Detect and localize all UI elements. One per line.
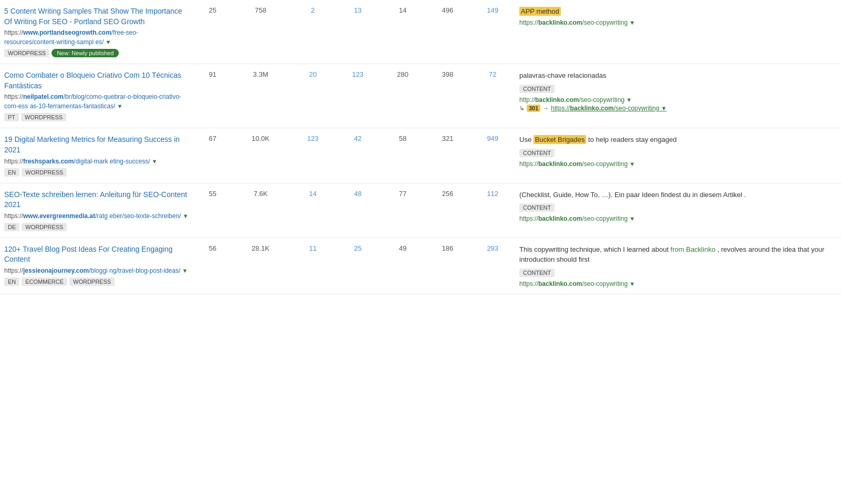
results-table: 5 Content Writing Samples That Show The … [0, 0, 841, 294]
snippet-url-dropdown-arrow[interactable]: ▼ [628, 281, 635, 287]
title-cell: Como Combater o Bloqueio Criativo Com 10… [0, 64, 194, 128]
result-title-link[interactable]: 5 Content Writing Samples That Show The … [4, 6, 190, 27]
content-tag: CONTENT [519, 85, 555, 93]
metric-col-3: 14 [290, 183, 335, 238]
metric-col-7: 949 [470, 128, 515, 183]
url-domain: www.evergreenmedia.at [23, 212, 95, 220]
metric-col-7: 149 [470, 0, 515, 64]
url-dropdown-arrow[interactable]: ▼ [150, 158, 157, 164]
result-url: https://www.evergreenmedia.at/ratg eber/… [4, 211, 190, 221]
snippet-text: APP method [519, 6, 837, 17]
table-row: 19 Digital Marketing Metrics for Measuri… [0, 128, 841, 183]
title-cell: SEO-Texte schreiben lernen: Anleitung fü… [0, 183, 194, 238]
url-dropdown-arrow[interactable]: ▼ [115, 103, 122, 109]
metric-col-4: 42 [335, 128, 381, 183]
tag-badge: EN [4, 277, 19, 286]
result-url: https://freshsparks.com/digital-mark eti… [4, 157, 190, 166]
title-cell: 19 Digital Marketing Metrics for Measuri… [0, 128, 194, 183]
result-url: https://neilpatel.com/br/blog/como-quebr… [4, 92, 190, 111]
table-row: 5 Content Writing Samples That Show The … [0, 0, 841, 64]
metric-col-5: 77 [380, 183, 425, 238]
metric-col-7: 293 [470, 238, 515, 294]
snippet-backlink-url[interactable]: https://backlinko.com/seo-copywriting ▼ [519, 19, 837, 26]
table-row: SEO-Texte schreiben lernen: Anleitung fü… [0, 183, 841, 238]
url-dropdown-arrow[interactable]: ▼ [104, 39, 111, 45]
tag-badge: WORDPRESS [22, 223, 67, 231]
url-dropdown-arrow[interactable]: ▼ [181, 213, 188, 219]
metric-col-2: 3.3M [231, 64, 290, 128]
tag-badge: WORDPRESS [69, 277, 115, 286]
metric-col-1: 67 [194, 128, 231, 183]
metric-col-6: 321 [425, 128, 470, 183]
metric-col-7: 72 [470, 64, 515, 128]
snippet-text: palavras-chave relacionadas [519, 70, 837, 81]
metric-col-1: 55 [194, 183, 231, 238]
tag-row: ENECOMMERCEWORDPRESS [4, 277, 190, 286]
tag-badge: WORDPRESS [4, 49, 49, 57]
new-tag-badge: New: Newly published [52, 49, 119, 57]
metric-col-3: 11 [290, 238, 335, 294]
snippet-highlight: Bucket Brigades [534, 135, 587, 144]
snippet-cell: APP methodhttps://backlinko.com/seo-copy… [515, 0, 841, 64]
snippet-backlink-url[interactable]: https://backlinko.com/seo-copywriting ▼ [519, 215, 837, 222]
tag-badge: WORDPRESS [21, 113, 66, 121]
url-domain: jessieonajourney.com [23, 267, 89, 274]
metric-col-5: 280 [380, 64, 425, 128]
url-dropdown-arrow[interactable]: ▼ [180, 268, 188, 274]
metric-col-1: 56 [194, 238, 231, 294]
metric-col-5: 14 [380, 0, 425, 64]
title-cell: 5 Content Writing Samples That Show The … [0, 0, 194, 64]
snippet-cell: This copywriting technique, which I lear… [515, 238, 841, 294]
redirect-line: ↳ 301→https://backlinko.com/seo-copywrit… [519, 105, 837, 112]
tag-row: DEWORDPRESS [4, 223, 190, 231]
redirect-url-link[interactable]: https://backlinko.com/seo-copywriting ▼ [551, 105, 666, 112]
metric-col-7: 112 [470, 183, 515, 238]
metric-col-5: 49 [380, 238, 425, 294]
snippet-url-dropdown-arrow[interactable]: ▼ [628, 215, 635, 222]
table-row: Como Combater o Bloqueio Criativo Com 10… [0, 64, 841, 128]
metric-col-4: 25 [335, 238, 381, 294]
metric-col-3: 20 [290, 64, 335, 128]
snippet-cell: palavras-chave relacionadasCONTENThttp:/… [515, 64, 841, 128]
tag-row: ENWORDPRESS [4, 168, 190, 177]
result-title-link[interactable]: SEO-Texte schreiben lernen: Anleitung fü… [4, 190, 190, 210]
redirect-url-dropdown-arrow[interactable]: ▼ [659, 105, 666, 111]
metric-col-6: 256 [425, 183, 470, 238]
snippet-text: (Checklist, Guide, How To, …). Ein paar … [519, 190, 837, 200]
tag-badge: EN [4, 168, 19, 177]
snippet-backlinko-link[interactable]: from Backlinko [671, 245, 715, 253]
snippet-cell: (Checklist, Guide, How To, …). Ein paar … [515, 183, 841, 238]
metric-col-4: 13 [335, 0, 381, 64]
result-title-link[interactable]: Como Combater o Bloqueio Criativo Com 10… [4, 70, 190, 91]
content-tag: CONTENT [519, 149, 555, 157]
snippet-url-dropdown-arrow[interactable]: ▼ [628, 19, 635, 26]
metric-col-6: 398 [425, 64, 470, 128]
snippet-text: This copywriting technique, which I lear… [519, 244, 837, 265]
snippet-backlink-url[interactable]: https://backlinko.com/seo-copywriting ▼ [519, 280, 837, 287]
url-domain: www.portlandseogrowth.com [23, 29, 111, 36]
metric-col-2: 28.1K [231, 238, 290, 294]
table-row: 120+ Travel Blog Post Ideas For Creating… [0, 238, 841, 294]
tag-row: WORDPRESSNew: Newly published [4, 49, 190, 57]
metric-col-2: 10.0K [231, 128, 290, 183]
metric-col-3: 2 [290, 0, 335, 64]
metric-col-4: 48 [335, 183, 381, 238]
tag-badge: DE [4, 223, 19, 231]
metric-col-4: 123 [335, 64, 381, 128]
tag-badge: ECOMMERCE [22, 277, 67, 286]
content-tag: CONTENT [519, 203, 555, 212]
snippet-backlink-url[interactable]: https://backlinko.com/seo-copywriting ▼ [519, 160, 837, 168]
tag-badge: PT [4, 113, 19, 121]
snippet-url-dropdown-arrow[interactable]: ▼ [628, 161, 635, 167]
results-table-container: 5 Content Writing Samples That Show The … [0, 0, 841, 294]
metric-col-2: 758 [231, 0, 290, 64]
metric-col-1: 25 [194, 0, 231, 64]
result-title-link[interactable]: 120+ Travel Blog Post Ideas For Creating… [4, 244, 190, 265]
url-domain: freshsparks.com [23, 158, 74, 165]
snippet-url-dropdown-arrow[interactable]: ▼ [624, 97, 632, 103]
metric-col-6: 496 [425, 0, 470, 64]
result-title-link[interactable]: 19 Digital Marketing Metrics for Measuri… [4, 135, 190, 155]
redirect-badge: 301 [527, 105, 540, 112]
snippet-backlink-url[interactable]: http://backlinko.com/seo-copywriting ▼ [519, 96, 837, 104]
snippet-highlight: APP method [519, 7, 561, 16]
